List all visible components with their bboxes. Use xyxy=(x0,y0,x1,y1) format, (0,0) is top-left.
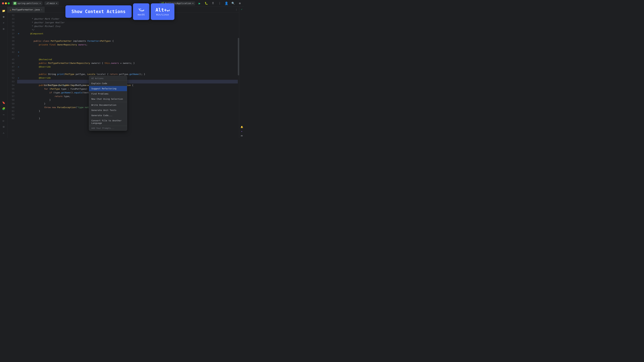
code-line: } xyxy=(17,98,239,102)
context-menu-item-unit-tests[interactable]: Generate Unit Tests xyxy=(89,108,127,113)
code-line: } xyxy=(17,94,239,98)
debug-button[interactable]: 🐛 xyxy=(204,1,209,6)
code-line: @Component xyxy=(17,28,239,32)
code-line xyxy=(17,43,239,46)
winlinux-key-symbol: Alt+↵ xyxy=(156,7,170,13)
code-line: * @author Michael Isvy xyxy=(17,21,239,24)
sidebar-item-run-console[interactable]: ▷ xyxy=(1,118,6,123)
context-menu: AI Actions Explain Code Suggest Refactor… xyxy=(89,76,127,131)
notifications-icon[interactable]: 🔔 xyxy=(240,125,244,129)
tooltip-winlinux-key: Alt+↵ Win/Linux xyxy=(151,3,174,20)
project-name: spring-petclinic xyxy=(18,2,38,4)
sidebar-item-files[interactable]: 📁 xyxy=(1,8,6,13)
context-menu-item-convert[interactable]: Convert File to Another Language xyxy=(89,118,127,126)
gutter-parse-icon[interactable]: ▷ xyxy=(17,76,20,80)
branch-icon: ⎇ xyxy=(46,2,49,4)
code-line: } xyxy=(17,113,239,117)
context-menu-item-docs[interactable]: Write Documentation xyxy=(89,102,127,108)
problem-m-icon[interactable]: m xyxy=(240,134,244,137)
tab-pet-type-formatter[interactable]: ☕ PetTypeFormatter.java ✕ xyxy=(8,7,44,13)
project-selector[interactable]: SP spring-petclinic ▾ xyxy=(12,1,42,5)
context-menu-footer[interactable]: Add Your Prompts... xyxy=(89,126,127,131)
gutter-autowired-icon[interactable]: ⊙ xyxy=(17,50,20,54)
gutter-constructor-icon[interactable]: ▷ xyxy=(17,54,20,58)
sidebar-item-commit[interactable]: ⊙ xyxy=(1,14,6,19)
tooltip-overlay: Show Context Actions ⌥↵ macOS Alt+↵ Win/… xyxy=(66,3,174,20)
run-config-chevron-icon: ▾ xyxy=(192,2,194,4)
context-menu-header: AI Actions xyxy=(89,76,127,81)
branch-chevron-icon: ▾ xyxy=(56,2,57,4)
minimize-dot[interactable] xyxy=(5,2,7,4)
code-line: if (type.getName().equals(text)) { xyxy=(17,87,239,91)
scrollbar-track[interactable] xyxy=(238,13,239,138)
code-line: */ xyxy=(17,24,239,28)
branch-name: main xyxy=(50,2,55,4)
overflow-menu-button[interactable]: ⋮ xyxy=(217,1,222,6)
code-line xyxy=(17,58,239,61)
code-line xyxy=(17,117,239,120)
sidebar-item-problems[interactable]: ⚠ xyxy=(1,130,6,135)
sidebar-item-search[interactable]: ⌕ xyxy=(1,20,6,25)
sidebar-item-bookmark[interactable]: 🔖 xyxy=(1,100,6,105)
code-line: for (PetType type : findPetTypes) { xyxy=(17,83,239,87)
sidebar-item-more[interactable]: ⋯ xyxy=(1,112,6,117)
code-line: @Override xyxy=(17,72,239,76)
tooltip-title: Show Context Actions xyxy=(66,5,132,18)
line-numbers: 32 33 34 35 36 37 38 39 40 41 42 45 46 4… xyxy=(8,13,16,138)
code-line: } xyxy=(17,106,239,109)
run-button[interactable]: ▶ xyxy=(197,1,202,6)
context-menu-item-explain[interactable]: Explain Code xyxy=(89,81,127,86)
code-line: ⊙ @Autowired xyxy=(17,50,239,54)
context-menu-item-generate-code[interactable]: Generate Code... xyxy=(89,113,127,118)
context-menu-item-refactor[interactable]: Suggest Refactoring xyxy=(89,86,127,91)
code-line: throw new ParseException("type not found… xyxy=(17,102,239,106)
code-line: ⊙ public class PetTypeFormatter implemen… xyxy=(17,32,239,35)
code-line: private final OwnerRepository owners; xyxy=(17,39,239,43)
sidebar-bottom: 🔖 🧩 ⋯ ▷ ⊡ ⚠ xyxy=(1,100,6,137)
project-icon: SP xyxy=(14,2,16,5)
search-button[interactable]: 🔍 xyxy=(231,1,236,6)
code-line xyxy=(17,69,239,72)
more-actions-button[interactable]: ⠿ xyxy=(211,1,215,6)
code-line xyxy=(17,35,239,39)
window-controls xyxy=(2,2,10,4)
tab-label: PetTypeFormatter.java xyxy=(12,8,40,11)
checkmark-icon: ✓ xyxy=(240,7,244,11)
right-sidebar: ✓ 🔔 ✦ m xyxy=(239,7,244,138)
profile-button[interactable]: 👤 xyxy=(224,1,229,6)
macos-key-symbol: ⌥↵ xyxy=(138,7,145,13)
gutter-bean-icon[interactable]: ⊙ xyxy=(17,32,20,35)
tab-more-button[interactable]: ⋮ xyxy=(234,8,239,11)
context-menu-item-new-chat[interactable]: New Chat Using Selection xyxy=(89,96,127,102)
context-menu-divider xyxy=(89,102,127,102)
code-line xyxy=(17,46,239,50)
project-chevron-icon: ▾ xyxy=(40,2,41,4)
left-sidebar: 📁 ⊙ ⌕ ⚙ 🔖 🧩 ⋯ ▷ ⊡ ⚠ xyxy=(0,7,8,138)
code-line: @Override xyxy=(17,61,239,65)
sidebar-item-structure[interactable]: ⚙ xyxy=(1,26,6,31)
winlinux-key-label: Win/Linux xyxy=(156,13,170,16)
code-content[interactable]: * @author Mark Fisher * @author Juergen … xyxy=(16,13,239,138)
sidebar-item-plugins[interactable]: 🧩 xyxy=(1,106,6,111)
close-dot[interactable] xyxy=(2,2,4,4)
branch-selector[interactable]: ⎇ main ▾ xyxy=(44,1,59,5)
code-line: return type; xyxy=(17,91,239,94)
settings-button[interactable]: ⚙ xyxy=(238,1,242,6)
code-line: ▷ public PetType parse(String text, Loca… xyxy=(17,76,239,80)
tooltip-macos-key: ⌥↵ macOS xyxy=(133,3,150,20)
tab-close-button[interactable]: ✕ xyxy=(41,8,42,11)
maximize-dot[interactable] xyxy=(8,2,10,4)
code-line xyxy=(17,109,239,113)
ai-assistant-icon[interactable]: ✦ xyxy=(240,129,244,133)
gutter-override-icon[interactable]: ▷ xyxy=(17,65,20,69)
context-menu-item-problems[interactable]: Find Problems xyxy=(89,91,127,96)
sidebar-item-terminal[interactable]: ⊡ xyxy=(1,124,6,129)
code-line: ▷ public PetTypeFormatter(OwnerRepositor… xyxy=(17,54,239,58)
macos-key-label: macOS xyxy=(138,13,145,16)
code-line: ▷ public String print(PetType petType, L… xyxy=(17,65,239,69)
code-line-selected: Collection<PetType> findPetTypes = this.… xyxy=(17,80,239,83)
java-file-icon: ☕ xyxy=(10,8,11,11)
scrollbar-thumb[interactable] xyxy=(238,38,239,75)
